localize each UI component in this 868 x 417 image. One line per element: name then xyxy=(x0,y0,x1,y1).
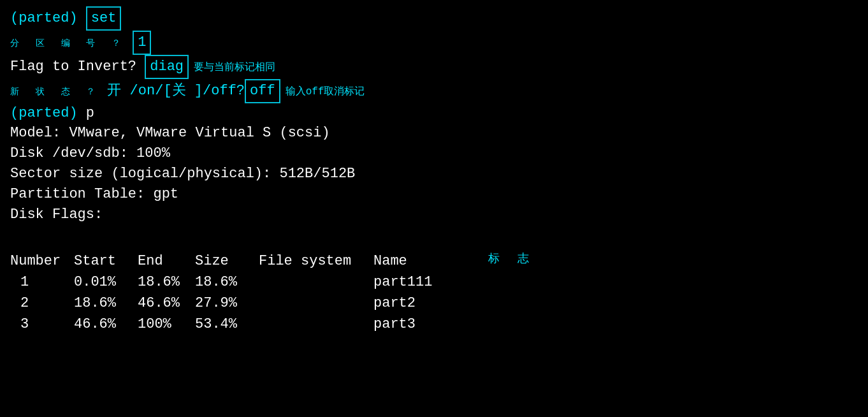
off-bracket: 关 ]/off? xyxy=(172,81,245,101)
table-row: 1 0.01% 18.6% 18.6% part111 xyxy=(10,272,858,293)
table-header-row: Number Start End Size File system Name 标… xyxy=(10,251,858,272)
flag-invert-label: Flag to Invert? xyxy=(10,57,145,77)
header-start: Start xyxy=(74,251,138,272)
partition-table-text: Partition Table: gpt xyxy=(10,184,178,205)
row2-name: part2 xyxy=(373,293,488,314)
off-value-box: off xyxy=(245,79,280,103)
flag-invert-line: Flag to Invert? diag 要与当前标记相同 xyxy=(10,55,858,79)
row3-name: part3 xyxy=(373,314,488,335)
row3-size: 53.4% xyxy=(195,314,259,335)
disk-flags-text: Disk Flags: xyxy=(10,205,103,225)
model-line: Model: VMware, VMware Virtual S (scsi) xyxy=(10,123,858,143)
table-row: 3 46.6% 100% 53.4% part3 xyxy=(10,314,858,335)
row1-size: 18.6% xyxy=(195,272,259,293)
flag-diag-box: diag xyxy=(145,55,189,79)
empty-line xyxy=(10,225,858,245)
row3-start: 46.6% xyxy=(74,314,138,335)
header-flags-cn: 标 志 xyxy=(488,251,530,272)
row3-end: 100% xyxy=(138,314,195,335)
partition-num-label: 分 区 编 号 ？ xyxy=(10,37,122,50)
row2-start: 18.6% xyxy=(74,293,138,314)
partition-table: Number Start End Size File system Name 标… xyxy=(10,251,858,335)
row1-start: 0.01% xyxy=(74,272,138,293)
row3-number: 3 xyxy=(10,314,74,335)
row2-size: 27.9% xyxy=(195,293,259,314)
parted-prompt-1: (parted) xyxy=(10,8,86,29)
header-size: Size xyxy=(195,251,259,272)
table-row: 2 18.6% 46.6% 27.9% part2 xyxy=(10,293,858,314)
disk-flags-line: Disk Flags: xyxy=(10,205,858,225)
partition-num-box: 1 xyxy=(133,31,151,55)
row1-name: part111 xyxy=(373,272,488,293)
header-end: End xyxy=(138,251,195,272)
sector-line: Sector size (logical/physical): 512B/512… xyxy=(10,164,858,184)
partition-num-line: 分 区 编 号 ？ 1 xyxy=(10,31,858,55)
row1-fs xyxy=(259,272,373,293)
new-state-label: 新 状 态 ？ xyxy=(10,85,97,98)
row3-fs xyxy=(259,314,373,335)
header-name: Name xyxy=(373,251,488,272)
disk-line: Disk /dev/sdb: 100% xyxy=(10,143,858,164)
flag-annotation: 要与当前标记相同 xyxy=(194,61,275,75)
disk-text: Disk /dev/sdb: 100% xyxy=(10,143,170,164)
new-state-line: 新 状 态 ？ 开 /on/[ 关 ]/off? off 输入off取消标记 xyxy=(10,79,858,103)
row2-end: 46.6% xyxy=(138,293,195,314)
row1-end: 18.6% xyxy=(138,272,195,293)
header-number: Number xyxy=(10,251,74,272)
on-bracket: 开 /on/[ xyxy=(107,81,171,101)
parted-p-line: (parted) p xyxy=(10,103,858,124)
row1-number: 1 xyxy=(10,272,74,293)
parted-set-line: (parted) set xyxy=(10,6,858,31)
model-text: Model: VMware, VMware Virtual S (scsi) xyxy=(10,123,330,143)
parted-prompt-2: (parted) xyxy=(10,103,86,124)
header-filesystem: File system xyxy=(259,251,373,272)
partition-table-line: Partition Table: gpt xyxy=(10,184,858,205)
set-command-box: set xyxy=(86,6,122,31)
p-command: p xyxy=(86,103,94,124)
sector-text: Sector size (logical/physical): 512B/512… xyxy=(10,164,355,184)
row2-fs xyxy=(259,293,373,314)
off-annotation: 输入off取消标记 xyxy=(286,85,365,99)
row2-number: 2 xyxy=(10,293,74,314)
